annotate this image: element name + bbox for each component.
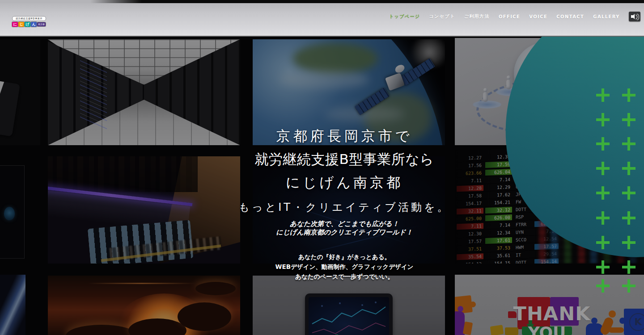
puzzle-piece-yellow [505, 327, 518, 335]
thank-you-word2: YOU [522, 325, 572, 335]
logo-block-1: に [12, 22, 18, 27]
plus-icon [622, 88, 636, 102]
collage-tile-thank-you: THANK YOU K [455, 275, 644, 335]
logo-blocks: に じ げ ん 南京都 [12, 22, 51, 27]
body-line-2: WEBデザイン、動画制作、グラフィックデザイン [230, 262, 458, 272]
person-figure [505, 75, 512, 91]
collage-tile-subway-station [48, 156, 240, 264]
collage-tile-laptop [253, 276, 445, 335]
earth-landmass [293, 43, 378, 74]
site-header: 就労継続支援B型事業所 に じ げ ん 南京都 トップページ コンセプト ご利用… [0, 0, 644, 37]
hero-section: 12.2712.31MSTT1.0817.5617.59SCCO21.11623… [0, 37, 644, 335]
laptop-frame [305, 293, 393, 335]
plus-icon [622, 113, 636, 126]
sunset-streak [88, 283, 195, 284]
person-figure [482, 88, 489, 103]
plus-icon [622, 279, 636, 293]
laptop-screen [309, 297, 389, 335]
plus-icon [596, 279, 610, 293]
nav-item-contact[interactable]: CONTACT [556, 14, 584, 19]
nav-item-voice[interactable]: VOICE [529, 14, 547, 19]
header-divider [0, 36, 644, 37]
lead-line-1: あなた次第で、どこまでも広がる！ [230, 220, 458, 228]
plus-icon [622, 137, 636, 151]
collage-tile-blue-fragment [0, 275, 25, 335]
logo-badge: 南京都 [37, 22, 46, 26]
headline-line-1: 京都府長岡京市で [230, 124, 458, 147]
logo-pill-text: 就労継続支援B型事業所 [12, 16, 46, 21]
sound-toggle-button[interactable] [629, 12, 640, 21]
collage-tile-server-room [48, 39, 240, 145]
speaker-wave [637, 14, 639, 20]
page: 12.2712.31MSTT1.0817.5617.59SCCO21.11623… [0, 0, 644, 335]
hero-tagline: もっとIT・クリエイティブ活動を。 [230, 200, 458, 214]
plus-icon [622, 186, 636, 200]
plus-icon [596, 162, 610, 175]
dark-cloud [195, 282, 236, 295]
headline-line-3: にじげん南京都 [230, 171, 458, 194]
nav-item-gallery[interactable]: GALLERY [593, 14, 620, 19]
orange-figure-leg [609, 327, 624, 333]
blue-figure-head [591, 318, 597, 324]
body-line-3: あなたのペースで一歩ずつでいい。 [230, 272, 458, 281]
plus-icon [596, 236, 610, 249]
lead-line-2: にじげん南京都のクリエイティブワールド！ [230, 228, 458, 237]
speaker-cone [632, 14, 635, 19]
plus-icon [596, 88, 610, 102]
plus-icon [596, 260, 610, 274]
hero-body: あなたの『好き』がきっとある。 WEBデザイン、動画制作、グラフィックデザイン … [230, 252, 458, 281]
plus-icon [596, 113, 610, 126]
plus-icon [596, 137, 610, 151]
thank-you-word1: THANK [505, 304, 599, 323]
earth-cloud [280, 71, 369, 88]
nav-item-office[interactable]: OFFICE [499, 14, 520, 19]
main-nav: トップページ コンセプト ご利用方法 OFFICE VOICE CONTACT … [389, 12, 640, 21]
subway-upper-crowd [48, 156, 198, 192]
nav-item-usage[interactable]: ご利用方法 [464, 13, 490, 20]
brain-scan [4, 207, 15, 220]
monitor-shape [0, 80, 20, 137]
top-black-strip [0, 0, 644, 3]
watermark-k: K [629, 313, 644, 331]
plus-icon [622, 236, 636, 249]
logo-block-3: げ [25, 22, 30, 27]
plus-icon [596, 186, 610, 200]
body-line-1: あなたの『好き』がきっとある。 [230, 252, 458, 262]
hero-text-block: 京都府長岡京市で 就労継続支援B型事業所なら にじげん南京都 もっとIT・クリエ… [230, 124, 458, 281]
site-logo[interactable]: 就労継続支援B型事業所 に じ げ ん 南京都 [12, 16, 51, 27]
puzzle-knob-blue [619, 318, 626, 324]
plus-icon [622, 211, 636, 225]
collage-tile-brain-scan-fragment [0, 165, 25, 259]
server-leds [80, 60, 107, 130]
collage-tile-monitor-fragment [0, 39, 40, 145]
headline-line-2: 就労継続支援B型事業所なら [230, 147, 458, 171]
nav-item-top[interactable]: トップページ [389, 13, 420, 20]
plus-icon [622, 260, 636, 274]
orange-figure-head [609, 310, 616, 318]
logo-block-2: じ [18, 22, 24, 27]
logo-block-4: ん [31, 22, 37, 27]
dark-cloud [178, 302, 231, 331]
puzzle-piece-orange-small [463, 322, 473, 335]
collage-tile-sunset-clouds [48, 276, 240, 335]
nav-item-concept[interactable]: コンセプト [429, 13, 455, 20]
plus-icon [596, 211, 610, 225]
plus-icon [622, 162, 636, 175]
hero-lead: あなた次第で、どこまでも広がる！ にじげん南京都のクリエイティブワールド！ [230, 220, 458, 237]
blue-streak [0, 275, 25, 335]
puzzle-piece-yellow [490, 325, 504, 335]
puzzle-knob-orange [470, 302, 476, 307]
